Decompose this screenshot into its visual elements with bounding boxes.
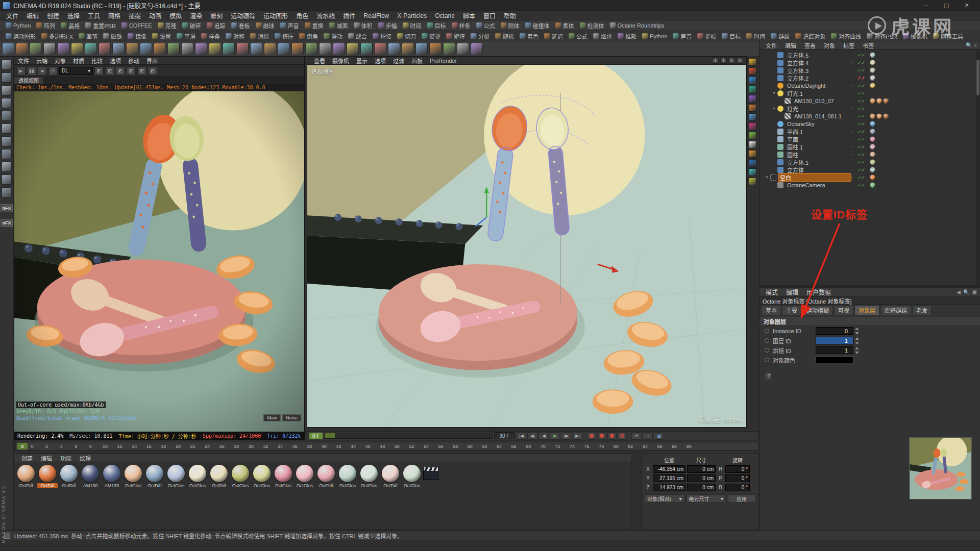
object-row-立方体.1[interactable]: 立方体.1··✓✓ <box>760 158 980 166</box>
object-row-圆柱[interactable]: 圆柱··✓✓ <box>760 151 980 158</box>
mograph-29[interactable]: 时间 <box>744 32 768 40</box>
texture-mode-icon[interactable] <box>388 43 400 55</box>
enable-axis-icon[interactable] <box>2 149 12 159</box>
object-row-平面[interactable]: 平面··✓✓ <box>760 135 980 143</box>
mograph-22[interactable]: 公式 <box>566 32 590 40</box>
visibility-dots[interactable]: ·· <box>851 137 857 141</box>
material-6[interactable]: OctDiff <box>144 465 165 488</box>
enable-checks[interactable]: ✓✓ <box>857 175 870 180</box>
frame-tick-18[interactable]: 18 <box>160 444 166 449</box>
plugin-0[interactable]: Python <box>3 21 33 30</box>
mograph-6[interactable]: 平滑 <box>174 32 198 40</box>
plugin-7[interactable]: 追踪 <box>204 21 228 30</box>
vp-menu-6[interactable]: ProRender <box>426 58 460 64</box>
attr-tab-毛发[interactable]: 毛发 <box>912 305 932 315</box>
plugin-10[interactable]: 声音 <box>278 21 302 30</box>
frame-tick-28[interactable]: 28 <box>233 444 239 449</box>
visibility-dots[interactable]: ·· <box>851 114 857 118</box>
enable-checks[interactable]: ✓✓ <box>857 121 870 127</box>
stat-tab-main[interactable]: Main <box>263 414 281 421</box>
material-9[interactable]: OctDiff <box>209 465 229 488</box>
animation-dot-icon[interactable] <box>765 348 769 353</box>
enable-checks[interactable]: ✓✓ <box>857 68 870 73</box>
sky-icon[interactable] <box>305 43 317 55</box>
next-frame-icon[interactable]: |▶ <box>561 432 571 440</box>
symmetry-generator-icon[interactable] <box>236 43 249 55</box>
material-2[interactable]: OctDiff <box>59 465 79 488</box>
edges-mode-icon[interactable] <box>429 43 442 55</box>
locked-workplane-icon[interactable] <box>2 187 12 197</box>
region-render-icon[interactable]: ◩ <box>94 66 104 76</box>
scatter-icon[interactable] <box>749 168 756 176</box>
last-tool-icon[interactable] <box>85 43 97 55</box>
frame-tick-10[interactable]: 10 <box>102 444 108 449</box>
plugin-3[interactable]: 重置PSR <box>83 21 118 30</box>
mograph-9[interactable]: 消除 <box>248 32 272 40</box>
postprocess-icon[interactable] <box>749 122 756 130</box>
enable-checks[interactable]: ✓✓ <box>857 91 870 96</box>
object-manager-scrollbar[interactable] <box>976 49 980 285</box>
frame-tick-74[interactable]: 74 <box>569 444 575 449</box>
menu-item-18[interactable]: Octane <box>431 12 459 19</box>
material-tag[interactable] <box>870 52 875 58</box>
mograph-24[interactable]: 推散 <box>615 32 639 40</box>
enable-checks[interactable]: ✓✓ <box>857 183 870 188</box>
visibility-dots[interactable]: ·· <box>851 129 857 134</box>
material-3[interactable]: AM130 <box>80 465 101 488</box>
material-13[interactable]: OctGlos <box>295 465 315 488</box>
color-swatch[interactable] <box>816 357 853 363</box>
mograph-0[interactable]: 运动图形 <box>3 32 38 40</box>
menu-item-19[interactable]: 脚本 <box>459 11 479 20</box>
zoom-view-icon[interactable]: ✛ <box>720 57 727 64</box>
snap-icon[interactable] <box>2 174 12 185</box>
field-input[interactable] <box>816 346 853 354</box>
menu-item-5[interactable]: 网格 <box>104 11 125 20</box>
om-tab-5[interactable]: 书签 <box>859 41 878 49</box>
texture-environment-icon[interactable] <box>749 86 756 93</box>
plugin-12[interactable]: 减面 <box>327 21 351 30</box>
menu-item-3[interactable]: 选择 <box>63 11 84 20</box>
visibility-dots[interactable]: ·· <box>851 121 857 126</box>
frame-tick-30[interactable]: 30 <box>248 444 254 449</box>
animation-dot-icon[interactable] <box>765 329 769 333</box>
frame-tick-52[interactable]: 52 <box>408 444 414 449</box>
prev-frame-icon[interactable]: ◀ <box>538 432 549 440</box>
rotation-input[interactable] <box>725 465 750 473</box>
play-icon[interactable]: ▶ <box>550 432 560 440</box>
frame-tick-40[interactable]: 40 <box>321 444 327 449</box>
mograph-15[interactable]: 切刀 <box>395 32 419 40</box>
frame-tick-42[interactable]: 42 <box>335 444 341 449</box>
visibility-dots[interactable]: ·· <box>851 152 857 157</box>
viewport-solo-icon[interactable] <box>2 162 12 172</box>
lock-icon[interactable]: ▣ <box>972 289 977 295</box>
menu-item-2[interactable]: 创建 <box>43 11 63 20</box>
plugin-21[interactable]: 柔体 <box>553 21 577 30</box>
material-tag[interactable] <box>870 182 875 188</box>
frame-tick-72[interactable]: 72 <box>554 444 560 449</box>
coord-system-icon[interactable] <box>140 43 152 55</box>
rotation-input[interactable] <box>725 484 750 491</box>
visibility-dots[interactable]: ·· <box>851 76 857 80</box>
menu-item-14[interactable]: 流水线 <box>312 11 339 20</box>
frame-ruler[interactable]: 0 02468101214161820222426283032343638404… <box>15 442 759 450</box>
nfx-button-1[interactable]: nFX <box>1 219 13 227</box>
enable-snap-icon[interactable] <box>457 43 469 55</box>
coordinate-mode-dropdown[interactable]: 对象(相对)▾ <box>645 494 684 503</box>
object-row-OctaneDaylight[interactable]: OctaneDaylight··✓✓ <box>760 82 980 89</box>
menu-item-8[interactable]: 模拟 <box>165 11 186 20</box>
simulation-icon[interactable] <box>333 43 345 55</box>
menu-item-15[interactable]: 插件 <box>339 11 359 20</box>
nfx-button-0[interactable]: nFX <box>1 204 13 212</box>
live-viewer-icon[interactable] <box>749 67 756 75</box>
animation-dot-icon[interactable] <box>765 338 769 343</box>
material-tag[interactable] <box>870 174 875 180</box>
visibility-dots[interactable]: ·· <box>851 144 857 149</box>
frame-tick-62[interactable]: 62 <box>481 444 487 449</box>
enable-checks[interactable]: ✓✓ <box>857 167 870 172</box>
end-frame-box[interactable]: 90 F <box>494 432 514 439</box>
visibility-dots[interactable]: ·· <box>851 183 857 187</box>
lv-menu-7[interactable]: 界面 <box>143 57 161 65</box>
object-row-立方体.2[interactable]: 立方体.2··✗✗ <box>760 74 980 82</box>
plugin-6[interactable]: 破碎 <box>180 21 204 30</box>
mograph-25[interactable]: Python <box>640 32 670 40</box>
